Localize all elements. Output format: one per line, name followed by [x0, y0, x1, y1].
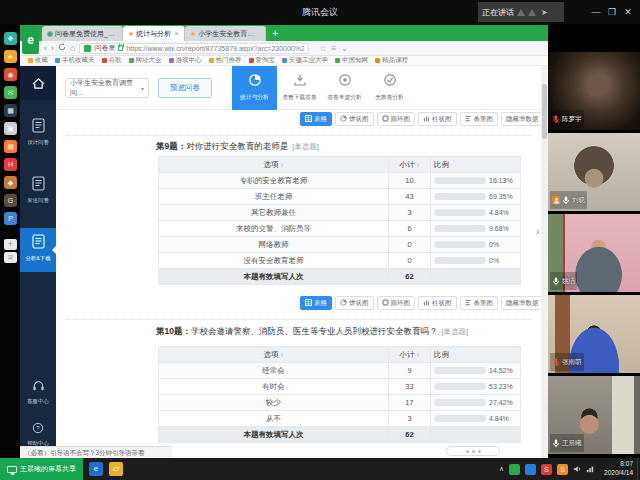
- preview-survey-button[interactable]: 预览问卷: [158, 78, 212, 98]
- participant-video[interactable]: 王晨曦: [548, 376, 640, 454]
- participant-video[interactable]: 姚洁: [548, 214, 640, 292]
- column-header[interactable]: 比例: [431, 157, 521, 173]
- dock-app-icon[interactable]: ✚: [4, 32, 17, 45]
- dock-app-icon[interactable]: P: [4, 212, 17, 225]
- table-view-button[interactable]: 表格: [300, 296, 332, 310]
- extensions-icon[interactable]: ≡: [332, 44, 337, 53]
- bookmark-item[interactable]: 爱淘宝: [249, 56, 276, 65]
- dock-app-icon[interactable]: G: [4, 194, 17, 207]
- desktop-dock: ✚★◉✉▦▣▤H◆GP+≡: [2, 32, 19, 265]
- report-nav-tab-0[interactable]: 统计与分析: [232, 66, 277, 110]
- dock-menu-icon[interactable]: ≡: [4, 252, 17, 263]
- report-nav-tab-1[interactable]: 查看下载答卷: [277, 66, 322, 110]
- sort-icon[interactable]: ↕: [281, 162, 284, 168]
- bookmark-item[interactable]: 中国知网: [335, 56, 368, 65]
- minimize-button[interactable]: —: [588, 7, 604, 17]
- panel-collapse-icon[interactable]: ›: [536, 226, 539, 237]
- bookmark-item[interactable]: 谷歌: [102, 56, 122, 65]
- forward-icon[interactable]: ›: [51, 42, 54, 55]
- dock-app-icon[interactable]: ▤: [4, 140, 17, 153]
- maximize-button[interactable]: ❐: [604, 7, 620, 17]
- browser-tab[interactable]: 问卷星免费使用_360搜索: [42, 26, 123, 41]
- pie-chart-button[interactable]: 饼状图: [335, 112, 374, 126]
- browser-logo[interactable]: e: [22, 26, 39, 54]
- results-table-q10: 选项 ↕小计 ↕比例经常会914.52%有时会3353.23%较少1727.42…: [158, 346, 521, 443]
- browser-taskbar-icon[interactable]: e: [89, 462, 103, 476]
- dock-app-icon[interactable]: H: [4, 158, 17, 171]
- dropdown-icon[interactable]: ⌄: [341, 44, 348, 53]
- column-header[interactable]: 比例: [431, 347, 521, 363]
- bookmark-item[interactable]: 网址大全: [129, 56, 162, 65]
- bar-chart-button[interactable]: 条形图: [460, 112, 499, 126]
- url-text[interactable]: https://www.wjx.cn/report/87735879.aspx?…: [126, 45, 304, 52]
- divider: [66, 135, 531, 136]
- home-icon[interactable]: ⌂: [70, 42, 75, 55]
- refresh-icon[interactable]: [58, 42, 66, 55]
- bookmark-item[interactable]: 游戏中心: [169, 56, 202, 65]
- sort-icon[interactable]: ↕: [417, 162, 420, 168]
- browser-tab[interactable]: ★小学生安全教育调查问卷: [185, 26, 266, 41]
- sort-icon[interactable]: ↕: [281, 352, 284, 358]
- dock-app-icon[interactable]: ★: [4, 50, 17, 63]
- sogou-tray-icon[interactable]: S: [541, 464, 552, 475]
- donut-chart-button[interactable]: 圆环图: [377, 296, 416, 310]
- hide-data-button[interactable]: 隐藏率数据: [501, 112, 544, 126]
- table-icon: [305, 115, 312, 123]
- dock-app-icon[interactable]: ▦: [4, 104, 17, 117]
- new-tab-button[interactable]: +: [266, 26, 284, 41]
- participant-video[interactable]: 陈梦宇: [548, 52, 640, 130]
- bookmark-item[interactable]: 热门推荐: [209, 56, 242, 65]
- screen-share-banner[interactable]: 王晨曦的屏幕共享: [0, 458, 83, 480]
- dock-app-icon[interactable]: ▣: [4, 122, 17, 135]
- bar-chart-button[interactable]: 条形图: [460, 296, 499, 310]
- scrollbar-thumb[interactable]: [542, 84, 547, 139]
- bookmark-item[interactable]: 安徽工业大学: [282, 56, 328, 65]
- address-bar[interactable]: 问卷星 https://www.wjx.cn/report/87735879.a…: [79, 43, 309, 54]
- pie-chart-button[interactable]: 饼状图: [335, 296, 374, 310]
- column-header[interactable]: 小计 ↕: [389, 157, 431, 173]
- browser-navbar: ‹ › ⌂ 问卷星 https://www.wjx.cn/report/8773…: [20, 41, 548, 56]
- dock-app-icon[interactable]: ✉: [4, 86, 17, 99]
- column-header[interactable]: 小计 ↕: [389, 347, 431, 363]
- column-header[interactable]: 选项 ↕: [159, 347, 389, 363]
- dock-app-icon[interactable]: ◆: [4, 176, 17, 189]
- qq-tray-icon[interactable]: [525, 464, 536, 475]
- page-scrollbar[interactable]: [541, 66, 548, 458]
- sort-icon[interactable]: ↕: [417, 352, 420, 358]
- column-chart-button[interactable]: 柱状图: [418, 112, 457, 126]
- volume-icon[interactable]: [573, 465, 581, 474]
- status-widget[interactable]: [446, 446, 500, 456]
- bookmark-item[interactable]: 收藏: [28, 56, 48, 65]
- tray-expand-icon[interactable]: ∧: [499, 465, 504, 473]
- table-view-button[interactable]: 表格: [300, 112, 332, 126]
- close-button[interactable]: ✕: [620, 7, 636, 17]
- back-icon[interactable]: ‹: [44, 42, 47, 55]
- sidebar-item-analyze[interactable]: 分析&下载: [20, 228, 56, 272]
- sidebar-item-send[interactable]: 发送问卷: [20, 170, 56, 214]
- wechat-tray-icon[interactable]: [509, 464, 520, 475]
- sidebar-item-design[interactable]: 设计问卷: [20, 112, 56, 156]
- folder-taskbar-icon[interactable]: ▱: [109, 462, 123, 476]
- participant-video[interactable]: 刘晓: [548, 133, 640, 211]
- bookmark-item[interactable]: 手机收藏夹: [55, 56, 95, 65]
- favorite-star-icon[interactable]: ☆: [319, 44, 326, 53]
- taskbar-clock[interactable]: 8:07 2020/4/14: [604, 460, 633, 478]
- dock-app-icon[interactable]: ◉: [4, 68, 17, 81]
- participant-video[interactable]: 张雨萌: [548, 295, 640, 373]
- hide-data-button[interactable]: 隐藏率数据: [501, 296, 544, 310]
- sidebar-home[interactable]: [20, 66, 56, 100]
- tab-close-icon[interactable]: ×: [174, 29, 179, 38]
- column-chart-button[interactable]: 柱状图: [418, 296, 457, 310]
- dock-add-icon[interactable]: +: [4, 239, 17, 250]
- report-nav-tab-3[interactable]: 无效卷分析: [367, 66, 412, 110]
- meeting-tray-icon[interactable]: S: [557, 464, 568, 475]
- survey-select[interactable]: 小学生安全教育调查问... ▾: [65, 78, 149, 98]
- sidebar-item-label: 设计问卷: [22, 138, 54, 146]
- donut-chart-button[interactable]: 圆环图: [377, 112, 416, 126]
- column-header[interactable]: 选项 ↕: [159, 157, 389, 173]
- network-icon[interactable]: [586, 465, 594, 474]
- bookmark-item[interactable]: 精品课程: [375, 56, 408, 65]
- sidebar-item-support[interactable]: 客服中心: [20, 372, 56, 416]
- browser-tab[interactable]: ★统计与分析×: [123, 26, 185, 41]
- report-nav-tab-2[interactable]: 答卷来源分析: [322, 66, 367, 110]
